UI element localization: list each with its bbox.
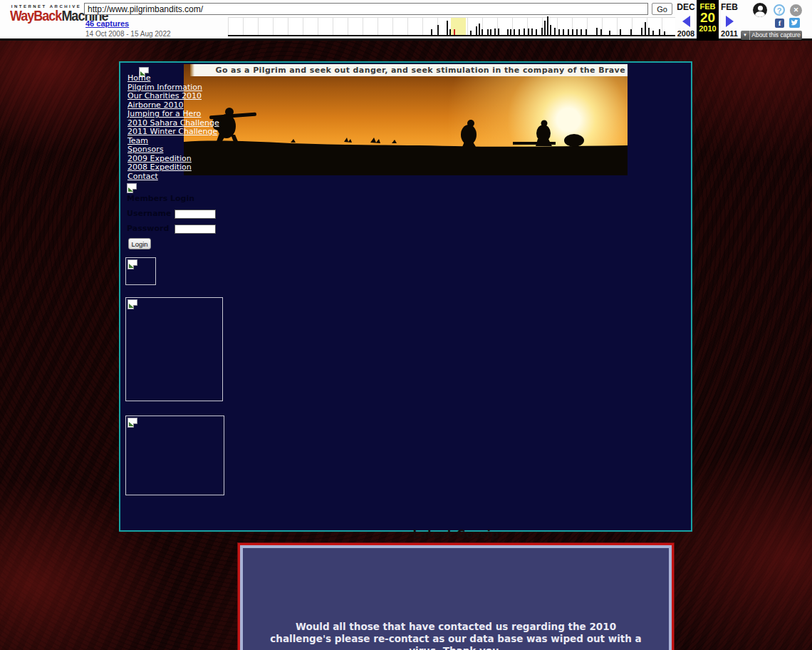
current-year-label: 2010 — [697, 24, 719, 33]
close-icon[interactable]: ✕ — [790, 4, 802, 16]
username-label: Username — [127, 209, 172, 218]
prev-month-label: DEC — [675, 2, 697, 12]
timeline-bar[interactable] — [563, 29, 564, 35]
nav-link-2011-winter-challenge[interactable]: 2011 Winter Challenge — [127, 128, 284, 137]
timeline-bar[interactable] — [514, 29, 515, 35]
timeline-bar[interactable] — [536, 29, 537, 35]
timeline-bar[interactable] — [664, 31, 665, 35]
wayback-logo[interactable]: INTERNET ARCHIVE WayBackMachine — [10, 4, 83, 23]
timeline-bar[interactable] — [487, 29, 489, 35]
current-day-label: 20 — [697, 11, 719, 24]
timeline-bar[interactable] — [596, 28, 598, 35]
prev-capture-arrow[interactable] — [682, 16, 690, 27]
timeline-bar[interactable] — [550, 25, 551, 35]
next-month-label: FEB — [719, 2, 740, 12]
help-icon[interactable]: ? — [774, 4, 785, 16]
timeline-bar[interactable] — [568, 29, 569, 35]
timeline-bar[interactable] — [541, 28, 543, 35]
timeline-bar[interactable] — [528, 29, 529, 35]
next-year-label: 2011 — [719, 29, 740, 38]
broken-image-icon — [127, 259, 137, 269]
timeline-bar[interactable] — [544, 21, 546, 35]
username-field[interactable] — [175, 210, 216, 219]
timeline-bar[interactable] — [547, 16, 548, 35]
latest-gossip-heading: Latest Gossip — [238, 528, 674, 541]
prev-year-label: 2008 — [675, 29, 697, 38]
facebook-icon[interactable]: f — [775, 19, 784, 28]
twitter-icon[interactable] — [789, 18, 800, 28]
prev-capture-group: DEC 2008 — [675, 0, 697, 41]
timeline-bar[interactable] — [490, 29, 491, 35]
image-placeholder-medium — [125, 297, 223, 401]
nav-link-jumping-for-a-hero[interactable]: Jumping for a Hero — [127, 110, 284, 119]
site-navigation: HomePilgrim InformationOur Charities 201… — [127, 74, 284, 181]
timeline-bar[interactable] — [510, 29, 511, 35]
nav-link-2008-expedition[interactable]: 2008 Expedition — [127, 163, 284, 172]
image-placeholder-small — [125, 257, 156, 285]
timeline-bar[interactable] — [519, 29, 520, 35]
next-capture-group: FEB 2011 — [719, 0, 740, 41]
timeline-bar[interactable] — [482, 29, 483, 35]
timeline-bar[interactable] — [645, 22, 646, 35]
broken-image-icon — [127, 299, 137, 309]
nav-link-home[interactable]: Home — [127, 74, 284, 83]
gossip-message: Would all those that have contacted us r… — [266, 621, 646, 650]
timeline-bar[interactable] — [524, 29, 525, 35]
timeline-bar[interactable] — [554, 28, 556, 35]
timeline-bar[interactable] — [507, 29, 509, 35]
timeline-bar[interactable] — [648, 28, 650, 35]
timeline-bar[interactable] — [609, 31, 610, 35]
timeline-bar[interactable] — [581, 29, 582, 35]
site-main-box: Go as a Pilgrim and seek out danger, and… — [119, 61, 692, 532]
about-this-capture-label: About this capture — [750, 31, 802, 40]
nav-link-our-charities-2010[interactable]: Our Charities 2010 — [127, 92, 284, 101]
timeline-bar[interactable] — [641, 28, 642, 35]
timeline-bar[interactable] — [431, 29, 432, 35]
timeline-bar[interactable] — [494, 29, 496, 35]
timeline-bar[interactable] — [531, 29, 533, 35]
screen: INTERNET ARCHIVE WayBackMachine Go 46 ca… — [0, 0, 812, 650]
broken-image-icon — [127, 183, 137, 193]
timeline-bar[interactable] — [585, 29, 587, 35]
timeline-bar[interactable] — [498, 29, 499, 35]
timeline-bar[interactable] — [572, 29, 573, 35]
capture-timeline[interactable] — [228, 17, 675, 36]
wayback-toolbar: INTERNET ARCHIVE WayBackMachine Go 46 ca… — [0, 0, 812, 41]
nav-link-sponsors[interactable]: Sponsors — [127, 145, 284, 155]
profile-icon[interactable] — [753, 3, 767, 17]
timeline-bar[interactable] — [476, 26, 477, 35]
about-this-capture-button[interactable]: ▼ About this capture — [741, 31, 802, 40]
members-login-heading: Members Login — [127, 194, 194, 203]
timeline-bar[interactable] — [437, 25, 439, 35]
password-field[interactable] — [175, 225, 216, 234]
timeline-bar[interactable] — [576, 29, 578, 35]
timeline-bar[interactable] — [447, 21, 448, 35]
captures-link[interactable]: 46 captures — [85, 19, 129, 28]
go-button[interactable]: Go — [652, 3, 672, 15]
nav-link-contact[interactable]: Contact — [127, 172, 284, 182]
password-label: Password — [127, 224, 169, 233]
archive-url-input[interactable] — [84, 3, 648, 15]
capture-date-range: 14 Oct 2008 - 15 Aug 2022 — [85, 30, 171, 38]
wayback-machine-wordmark: WayBackMachine — [10, 8, 83, 24]
latest-gossip-box: Would all those that have contacted us r… — [238, 543, 674, 650]
next-capture-arrow[interactable] — [726, 16, 734, 27]
timeline-bar[interactable] — [600, 29, 602, 35]
timeline-bar[interactable] — [620, 29, 621, 35]
image-placeholder-wide — [125, 416, 224, 495]
timeline-bar[interactable] — [479, 24, 480, 35]
wordmark-wayback: WayBack — [10, 8, 61, 24]
timeline-bar[interactable] — [558, 29, 560, 35]
timeline-bar[interactable] — [454, 29, 455, 35]
timeline-bar[interactable] — [470, 31, 472, 35]
current-capture-cell: FEB 20 2010 — [697, 0, 719, 41]
timeline-bar[interactable] — [659, 29, 660, 35]
timeline-bar[interactable] — [652, 31, 654, 35]
timeline-bar[interactable] — [449, 29, 451, 35]
chevron-down-icon: ▼ — [741, 31, 750, 40]
broken-image-icon — [127, 418, 137, 428]
timeline-bar[interactable] — [630, 29, 632, 35]
login-button[interactable]: Login — [128, 238, 151, 249]
